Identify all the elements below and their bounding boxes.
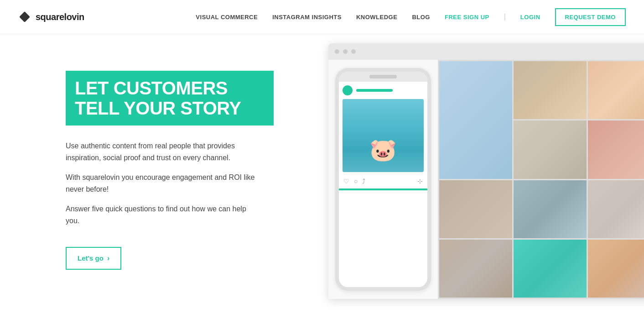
grid-photo-2 bbox=[514, 61, 587, 119]
nav-free-signup[interactable]: FREE SIGN UP bbox=[445, 14, 489, 21]
grid-photo-6 bbox=[588, 120, 644, 178]
share-icon: ⤴ bbox=[362, 178, 365, 185]
hero-left: LET CUSTOMERS TELL YOUR STORY Use authen… bbox=[0, 34, 301, 314]
browser-dot-3 bbox=[351, 49, 356, 54]
logo[interactable]: squarelovin bbox=[18, 10, 84, 23]
heart-icon: ♡ bbox=[343, 178, 349, 185]
grid-photo-5 bbox=[514, 120, 587, 178]
phone-notch bbox=[369, 75, 397, 78]
browser-mock: ♡ ○ ⤴ ⊹ bbox=[328, 43, 644, 299]
phone-inner: ♡ ○ ⤴ ⊹ bbox=[339, 82, 427, 194]
phone-photo bbox=[343, 99, 424, 172]
hero-headline-block: LET CUSTOMERS TELL YOUR STORY bbox=[66, 71, 274, 126]
hero-body-2: With squarelovin you encourage engagemen… bbox=[66, 172, 262, 195]
phone-avatar-row bbox=[343, 85, 424, 95]
lets-go-label: Let's go bbox=[78, 254, 104, 262]
nav-knowledge[interactable]: KNOWLEDGE bbox=[356, 14, 397, 21]
hero-body-1: Use authentic content from real people t… bbox=[66, 140, 262, 163]
grid-photo-10 bbox=[439, 240, 512, 298]
browser-content: ♡ ○ ⤴ ⊹ bbox=[328, 60, 644, 299]
browser-bar bbox=[328, 43, 644, 60]
nav-separator: | bbox=[504, 13, 506, 21]
comment-icon: ○ bbox=[354, 178, 358, 185]
nav-blog[interactable]: BLOG bbox=[412, 14, 430, 21]
svg-rect-0 bbox=[19, 11, 30, 22]
navbar: squarelovin VISUAL COMMERCE INSTAGRAM IN… bbox=[0, 0, 644, 34]
brand-name: squarelovin bbox=[36, 12, 84, 22]
grid-photo-9 bbox=[588, 180, 644, 238]
grid-photo-1 bbox=[439, 61, 512, 179]
grid-photo-11 bbox=[514, 240, 587, 298]
nav-login[interactable]: LOGIN bbox=[520, 14, 540, 21]
phone-frame: ♡ ○ ⤴ ⊹ bbox=[335, 68, 431, 291]
hero-body: Use authentic content from real people t… bbox=[66, 140, 262, 227]
request-demo-button[interactable]: REQUEST DEMO bbox=[555, 8, 626, 26]
phone-actions: ♡ ○ ⤴ ⊹ bbox=[343, 176, 424, 187]
phone-action-icons-group: ♡ ○ ⤴ bbox=[343, 178, 365, 185]
bookmark-icon: ⊹ bbox=[417, 178, 423, 185]
nav-links: VISUAL COMMERCE INSTAGRAM INSIGHTS KNOWL… bbox=[196, 8, 626, 26]
phone-avatar-line bbox=[356, 89, 393, 92]
lets-go-button[interactable]: Let's go › bbox=[66, 247, 121, 270]
nav-instagram-insights[interactable]: INSTAGRAM INSIGHTS bbox=[272, 14, 342, 21]
grid-photo-8 bbox=[514, 180, 587, 238]
grid-photo-12 bbox=[588, 240, 644, 298]
hero-headline-text: LET CUSTOMERS TELL YOUR STORY bbox=[75, 78, 265, 118]
hero-section: LET CUSTOMERS TELL YOUR STORY Use authen… bbox=[0, 34, 644, 314]
logo-diamond-icon bbox=[18, 10, 31, 23]
phone-avatar-circle bbox=[343, 85, 353, 95]
phone-notch-area bbox=[339, 72, 427, 82]
phone-teal-bar bbox=[339, 188, 427, 190]
hero-body-3: Answer five quick questions to find out … bbox=[66, 203, 262, 226]
photo-grid bbox=[438, 60, 644, 299]
arrow-right-icon: › bbox=[107, 254, 109, 262]
browser-dot-1 bbox=[335, 49, 339, 54]
hero-right: ♡ ○ ⤴ ⊹ bbox=[301, 34, 644, 314]
browser-dot-2 bbox=[343, 49, 348, 54]
grid-photo-3 bbox=[588, 61, 644, 119]
grid-photo-7 bbox=[439, 180, 512, 238]
phone-mock: ♡ ○ ⤴ ⊹ bbox=[328, 60, 438, 299]
nav-visual-commerce[interactable]: VISUAL COMMERCE bbox=[196, 14, 258, 21]
